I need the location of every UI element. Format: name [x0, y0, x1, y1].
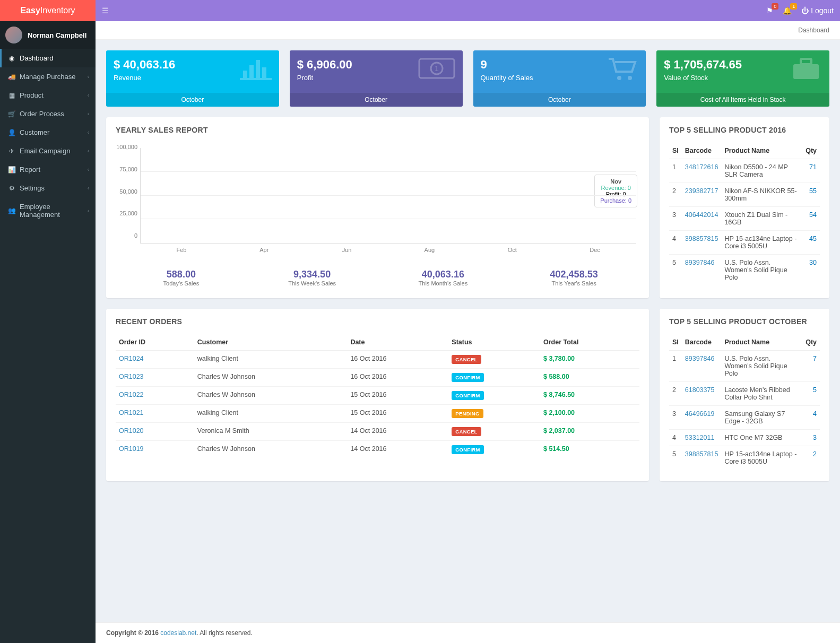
table-row: 4398857815HP 15-ac134ne Laptop - Core i3… [669, 231, 820, 255]
sidebar-nav: ◉Dashboard🚚Manage Purchase‹▦Product‹🛒Ord… [0, 49, 96, 224]
qty-link[interactable]: 2 [802, 446, 820, 470]
status-badge: CONFIRM [452, 391, 483, 400]
th-name: Product Name [721, 334, 802, 351]
qty-link[interactable]: 54 [802, 207, 820, 231]
status-badge: CONFIRM [452, 373, 483, 382]
th-qty: Qty [802, 143, 820, 159]
stat-box-profit[interactable]: $ 6,906.00Profit1October [290, 50, 463, 107]
barcode-link[interactable]: 239382717 [685, 187, 718, 195]
sidebar-item-order-process[interactable]: 🛒Order Process‹ [0, 105, 96, 123]
sidebar-item-label: Order Process [20, 110, 64, 118]
sidebar-item-employee-management[interactable]: 👥Employee Management‹ [0, 197, 96, 224]
stat-box-value-of-stock[interactable]: $ 1,705,674.65Value of StockCost of All … [656, 50, 829, 107]
brand-logo[interactable]: EasyInventory [0, 0, 96, 21]
sidebar-item-label: Dashboard [20, 54, 54, 62]
table-row: 346496619Samsung Galaxy S7 Edge - 32GB4 [669, 406, 820, 430]
order-id-link[interactable]: OR1022 [119, 391, 144, 398]
sidebar-item-manage-purchase[interactable]: 🚚Manage Purchase‹ [0, 67, 96, 86]
th-status: Status [448, 334, 540, 351]
barcode-link[interactable]: 53312011 [685, 434, 715, 441]
order-id-link[interactable]: OR1019 [119, 445, 144, 453]
tooltip-month: Nov [600, 178, 631, 185]
cart-icon [607, 56, 638, 89]
barcode-link[interactable]: 398857815 [685, 450, 718, 458]
status-badge: CONFIRM [452, 445, 483, 454]
menu-toggle-icon[interactable]: ☰ [102, 6, 109, 15]
order-id-link[interactable]: OR1021 [119, 409, 144, 416]
summary-value: 9,334.50 [247, 269, 378, 280]
y-tick: 50,000 [116, 188, 137, 195]
y-tick: 75,000 [116, 166, 137, 172]
recent-orders-panel: RECENT ORDERS Order ID Customer Date Sta… [106, 309, 649, 481]
order-id-link[interactable]: OR1020 [119, 427, 144, 435]
messages-icon[interactable]: ⚑0 [766, 6, 773, 15]
topbar: ☰ ⚑0 🔔1 ⏻ Logout [96, 0, 840, 21]
qty-link[interactable]: 55 [802, 183, 820, 207]
svg-rect-2 [256, 60, 260, 78]
barcode-link[interactable]: 348172616 [685, 163, 718, 171]
qty-link[interactable]: 3 [802, 430, 820, 446]
qty-link[interactable]: 71 [802, 159, 820, 183]
svg-rect-4 [240, 78, 272, 80]
table-row: OR1019Charles W Johnson14 Oct 2016CONFIR… [116, 441, 639, 459]
y-tick: 100,000 [116, 144, 137, 150]
sidebar-item-settings[interactable]: ⚙Settings‹ [0, 179, 96, 197]
svg-point-9 [628, 76, 632, 80]
qty-link[interactable]: 4 [802, 406, 820, 430]
qty-link[interactable]: 45 [802, 231, 820, 255]
avatar [5, 27, 22, 44]
barcode-link[interactable]: 398857815 [685, 235, 718, 242]
yearly-sales-chart: 100,00075,00050,00025,0000 Nov Revenue: … [140, 148, 636, 244]
barcode-link[interactable]: 89397846 [685, 259, 715, 266]
footer-link[interactable]: codeslab.net [160, 629, 196, 637]
bar-chart-icon [240, 56, 272, 88]
table-row: 189397846U.S. Polo Assn. Women's Solid P… [669, 351, 820, 382]
footer-post: . All rights reserved. [196, 629, 252, 637]
footer: Copyright © 2016 codeslab.net. All right… [96, 622, 840, 643]
x-tick: Feb [140, 247, 223, 253]
user-panel[interactable]: Norman Campbell [0, 21, 96, 49]
table-row: 589397846U.S. Polo Assn. Women's Solid P… [669, 255, 820, 286]
th-name: Product Name [721, 143, 802, 159]
barcode-link[interactable]: 46496619 [685, 410, 715, 418]
order-id-link[interactable]: OR1023 [119, 373, 144, 380]
tooltip-profit: Profit: 0 [600, 191, 631, 197]
sidebar-item-label: Manage Purchase [20, 73, 76, 81]
summary-caption: This Week's Sales [247, 280, 378, 286]
x-tick: Aug [388, 247, 471, 253]
sidebar-item-product[interactable]: ▦Product‹ [0, 86, 96, 105]
sidebar-icon: ✈ [8, 147, 15, 155]
stat-box-revenue[interactable]: $ 40,063.16RevenueOctober [106, 50, 279, 107]
stat-footer: October [290, 93, 463, 107]
barcode-link[interactable]: 406442014 [685, 211, 718, 219]
x-tick: Dec [553, 247, 636, 253]
order-id-link[interactable]: OR1024 [119, 355, 144, 362]
summary-value: 402,458.53 [508, 269, 639, 280]
qty-link[interactable]: 5 [802, 382, 820, 406]
sidebar-item-dashboard[interactable]: ◉Dashboard [0, 49, 96, 67]
table-row: 2239382717Nikon AF-S NIKKOR 55-300mm55 [669, 183, 820, 207]
sidebar-icon: 🚚 [8, 73, 15, 81]
messages-badge: 0 [772, 3, 778, 10]
qty-link[interactable]: 30 [802, 255, 820, 286]
table-row: OR1020Veronica M Smith14 Oct 2016CANCEL$… [116, 423, 639, 441]
top-year-panel: TOP 5 SELLING PRODUCT 2016 Sl Barcode Pr… [660, 117, 829, 298]
breadcrumb: Dashboard [96, 21, 840, 40]
sidebar-item-customer[interactable]: 👤Customer‹ [0, 123, 96, 142]
barcode-link[interactable]: 61803375 [685, 386, 715, 394]
orders-table: Order ID Customer Date Status Order Tota… [116, 334, 639, 458]
sidebar-item-email-campaign[interactable]: ✈Email Campaign‹ [0, 142, 96, 160]
chevron-left-icon: ‹ [88, 148, 89, 154]
table-row: OR1022Charles W Johnson15 Oct 2016CONFIR… [116, 387, 639, 405]
notifications-icon[interactable]: 🔔1 [783, 6, 792, 15]
qty-link[interactable]: 7 [802, 351, 820, 382]
barcode-link[interactable]: 89397846 [685, 355, 715, 362]
sidebar-item-report[interactable]: 📊Report‹ [0, 160, 96, 179]
th-qty: Qty [802, 334, 820, 351]
brand-strong: Easy [20, 6, 40, 15]
table-row: OR1021walking Client15 Oct 2016PENDING$ … [116, 405, 639, 423]
logout-button[interactable]: ⏻ Logout [801, 6, 834, 15]
stat-box-quantity-of-sales[interactable]: 9Quantity of SalesOctober [473, 50, 646, 107]
th-sl: Sl [669, 143, 682, 159]
summary-caption: This Year's Sales [508, 280, 639, 286]
